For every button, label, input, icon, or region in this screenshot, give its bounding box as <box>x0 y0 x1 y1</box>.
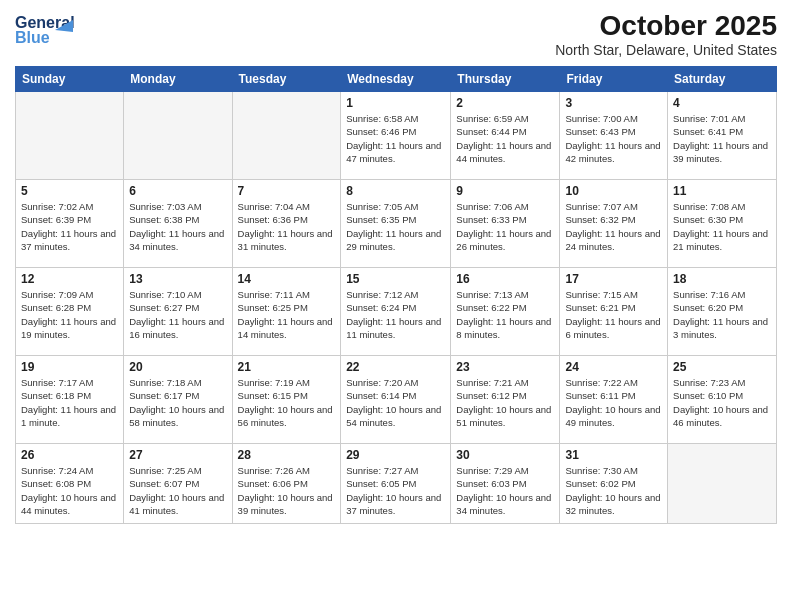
day-info: Sunrise: 7:15 AM Sunset: 6:21 PM Dayligh… <box>565 288 662 341</box>
table-row: 19Sunrise: 7:17 AM Sunset: 6:18 PM Dayli… <box>16 356 124 444</box>
table-row: 30Sunrise: 7:29 AM Sunset: 6:03 PM Dayli… <box>451 444 560 524</box>
table-row: 3Sunrise: 7:00 AM Sunset: 6:43 PM Daylig… <box>560 92 668 180</box>
day-number: 4 <box>673 96 771 110</box>
title-block: October 2025 North Star, Delaware, Unite… <box>555 10 777 58</box>
table-row: 13Sunrise: 7:10 AM Sunset: 6:27 PM Dayli… <box>124 268 232 356</box>
day-info: Sunrise: 7:27 AM Sunset: 6:05 PM Dayligh… <box>346 464 445 517</box>
day-number: 5 <box>21 184 118 198</box>
table-row: 17Sunrise: 7:15 AM Sunset: 6:21 PM Dayli… <box>560 268 668 356</box>
table-row: 6Sunrise: 7:03 AM Sunset: 6:38 PM Daylig… <box>124 180 232 268</box>
day-number: 26 <box>21 448 118 462</box>
table-row: 25Sunrise: 7:23 AM Sunset: 6:10 PM Dayli… <box>668 356 777 444</box>
calendar-table: Sunday Monday Tuesday Wednesday Thursday… <box>15 66 777 524</box>
table-row: 20Sunrise: 7:18 AM Sunset: 6:17 PM Dayli… <box>124 356 232 444</box>
col-saturday: Saturday <box>668 67 777 92</box>
day-info: Sunrise: 7:08 AM Sunset: 6:30 PM Dayligh… <box>673 200 771 253</box>
col-wednesday: Wednesday <box>341 67 451 92</box>
day-info: Sunrise: 7:20 AM Sunset: 6:14 PM Dayligh… <box>346 376 445 429</box>
table-row: 21Sunrise: 7:19 AM Sunset: 6:15 PM Dayli… <box>232 356 341 444</box>
table-row <box>668 444 777 524</box>
col-tuesday: Tuesday <box>232 67 341 92</box>
table-row: 9Sunrise: 7:06 AM Sunset: 6:33 PM Daylig… <box>451 180 560 268</box>
day-number: 24 <box>565 360 662 374</box>
table-row: 5Sunrise: 7:02 AM Sunset: 6:39 PM Daylig… <box>16 180 124 268</box>
table-row: 22Sunrise: 7:20 AM Sunset: 6:14 PM Dayli… <box>341 356 451 444</box>
day-info: Sunrise: 6:58 AM Sunset: 6:46 PM Dayligh… <box>346 112 445 165</box>
day-info: Sunrise: 7:21 AM Sunset: 6:12 PM Dayligh… <box>456 376 554 429</box>
day-info: Sunrise: 7:24 AM Sunset: 6:08 PM Dayligh… <box>21 464 118 517</box>
header: General Blue October 2025 North Star, De… <box>15 10 777 58</box>
day-info: Sunrise: 7:01 AM Sunset: 6:41 PM Dayligh… <box>673 112 771 165</box>
day-number: 29 <box>346 448 445 462</box>
day-number: 17 <box>565 272 662 286</box>
day-info: Sunrise: 7:23 AM Sunset: 6:10 PM Dayligh… <box>673 376 771 429</box>
col-sunday: Sunday <box>16 67 124 92</box>
day-number: 23 <box>456 360 554 374</box>
col-monday: Monday <box>124 67 232 92</box>
day-number: 22 <box>346 360 445 374</box>
table-row: 24Sunrise: 7:22 AM Sunset: 6:11 PM Dayli… <box>560 356 668 444</box>
day-info: Sunrise: 7:25 AM Sunset: 6:07 PM Dayligh… <box>129 464 226 517</box>
table-row <box>232 92 341 180</box>
table-row: 2Sunrise: 6:59 AM Sunset: 6:44 PM Daylig… <box>451 92 560 180</box>
table-row: 14Sunrise: 7:11 AM Sunset: 6:25 PM Dayli… <box>232 268 341 356</box>
day-info: Sunrise: 7:00 AM Sunset: 6:43 PM Dayligh… <box>565 112 662 165</box>
day-info: Sunrise: 7:06 AM Sunset: 6:33 PM Dayligh… <box>456 200 554 253</box>
day-info: Sunrise: 7:11 AM Sunset: 6:25 PM Dayligh… <box>238 288 336 341</box>
day-number: 10 <box>565 184 662 198</box>
day-info: Sunrise: 7:26 AM Sunset: 6:06 PM Dayligh… <box>238 464 336 517</box>
day-number: 25 <box>673 360 771 374</box>
day-number: 3 <box>565 96 662 110</box>
col-thursday: Thursday <box>451 67 560 92</box>
table-row: 27Sunrise: 7:25 AM Sunset: 6:07 PM Dayli… <box>124 444 232 524</box>
day-number: 20 <box>129 360 226 374</box>
day-number: 8 <box>346 184 445 198</box>
day-number: 28 <box>238 448 336 462</box>
day-number: 16 <box>456 272 554 286</box>
logo: General Blue <box>15 10 75 50</box>
day-info: Sunrise: 7:04 AM Sunset: 6:36 PM Dayligh… <box>238 200 336 253</box>
day-number: 30 <box>456 448 554 462</box>
calendar-header-row: Sunday Monday Tuesday Wednesday Thursday… <box>16 67 777 92</box>
table-row: 4Sunrise: 7:01 AM Sunset: 6:41 PM Daylig… <box>668 92 777 180</box>
logo-icon: General Blue <box>15 10 75 50</box>
table-row: 18Sunrise: 7:16 AM Sunset: 6:20 PM Dayli… <box>668 268 777 356</box>
day-info: Sunrise: 7:09 AM Sunset: 6:28 PM Dayligh… <box>21 288 118 341</box>
day-info: Sunrise: 7:03 AM Sunset: 6:38 PM Dayligh… <box>129 200 226 253</box>
day-info: Sunrise: 7:19 AM Sunset: 6:15 PM Dayligh… <box>238 376 336 429</box>
table-row: 16Sunrise: 7:13 AM Sunset: 6:22 PM Dayli… <box>451 268 560 356</box>
day-number: 14 <box>238 272 336 286</box>
day-number: 11 <box>673 184 771 198</box>
day-number: 31 <box>565 448 662 462</box>
day-info: Sunrise: 7:16 AM Sunset: 6:20 PM Dayligh… <box>673 288 771 341</box>
day-number: 1 <box>346 96 445 110</box>
table-row: 10Sunrise: 7:07 AM Sunset: 6:32 PM Dayli… <box>560 180 668 268</box>
day-info: Sunrise: 7:10 AM Sunset: 6:27 PM Dayligh… <box>129 288 226 341</box>
day-number: 21 <box>238 360 336 374</box>
table-row: 1Sunrise: 6:58 AM Sunset: 6:46 PM Daylig… <box>341 92 451 180</box>
svg-text:Blue: Blue <box>15 29 50 46</box>
page-subtitle: North Star, Delaware, United States <box>555 42 777 58</box>
day-info: Sunrise: 7:22 AM Sunset: 6:11 PM Dayligh… <box>565 376 662 429</box>
day-info: Sunrise: 6:59 AM Sunset: 6:44 PM Dayligh… <box>456 112 554 165</box>
table-row: 12Sunrise: 7:09 AM Sunset: 6:28 PM Dayli… <box>16 268 124 356</box>
day-info: Sunrise: 7:12 AM Sunset: 6:24 PM Dayligh… <box>346 288 445 341</box>
page: General Blue October 2025 North Star, De… <box>0 0 792 612</box>
day-info: Sunrise: 7:02 AM Sunset: 6:39 PM Dayligh… <box>21 200 118 253</box>
day-number: 7 <box>238 184 336 198</box>
day-info: Sunrise: 7:17 AM Sunset: 6:18 PM Dayligh… <box>21 376 118 429</box>
day-number: 9 <box>456 184 554 198</box>
page-title: October 2025 <box>555 10 777 42</box>
day-info: Sunrise: 7:07 AM Sunset: 6:32 PM Dayligh… <box>565 200 662 253</box>
day-number: 19 <box>21 360 118 374</box>
day-number: 6 <box>129 184 226 198</box>
day-number: 12 <box>21 272 118 286</box>
day-number: 2 <box>456 96 554 110</box>
table-row: 28Sunrise: 7:26 AM Sunset: 6:06 PM Dayli… <box>232 444 341 524</box>
table-row <box>124 92 232 180</box>
table-row: 11Sunrise: 7:08 AM Sunset: 6:30 PM Dayli… <box>668 180 777 268</box>
day-info: Sunrise: 7:29 AM Sunset: 6:03 PM Dayligh… <box>456 464 554 517</box>
day-number: 13 <box>129 272 226 286</box>
day-number: 15 <box>346 272 445 286</box>
table-row: 8Sunrise: 7:05 AM Sunset: 6:35 PM Daylig… <box>341 180 451 268</box>
